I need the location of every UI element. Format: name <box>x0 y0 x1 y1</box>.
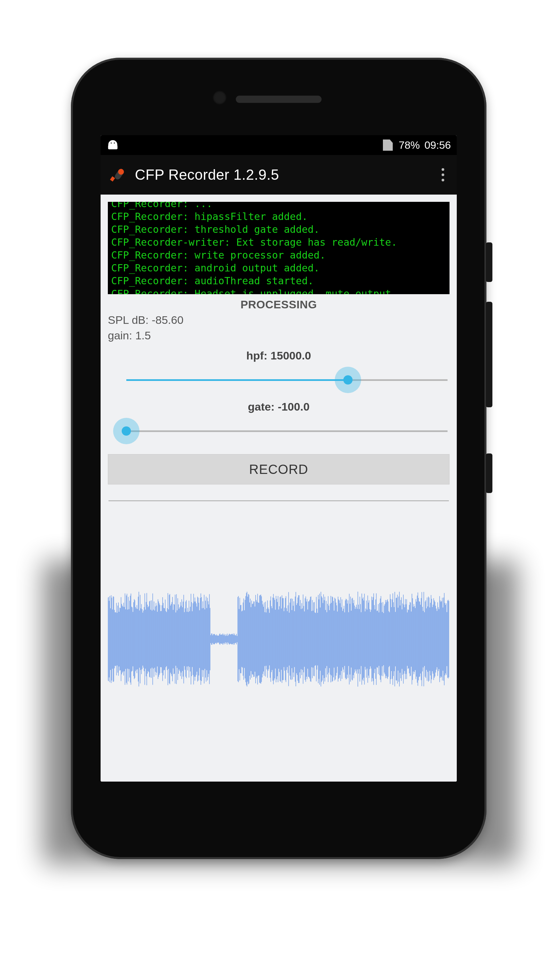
log-line: CFP_Recorder-writer: Ext storage has rea… <box>111 236 446 249</box>
phone-side-button <box>486 453 493 493</box>
gain-readout: gain: 1.5 <box>108 329 450 342</box>
clock-text: 09:56 <box>424 139 451 151</box>
spl-readout: SPL dB: -85.60 <box>108 314 450 326</box>
waveform-display <box>108 586 450 692</box>
log-line: CFP_Recorder: hipassFilter added. <box>111 210 446 223</box>
record-button[interactable]: RECORD <box>108 454 450 485</box>
phone-earpiece <box>236 96 322 103</box>
status-bar: 78% 09:56 <box>101 135 457 155</box>
log-line: CFP_Recorder: audioThread started. <box>111 274 446 287</box>
app-bar: CFP Recorder 1.2.9.5 <box>101 155 457 195</box>
hpf-label: hpf: 15000.0 <box>108 349 450 362</box>
svg-point-1 <box>114 142 115 144</box>
app-title: CFP Recorder 1.2.9.5 <box>135 166 430 183</box>
phone-camera <box>213 91 227 104</box>
gate-label: gate: -100.0 <box>108 400 450 413</box>
android-icon <box>107 140 119 150</box>
screen: 78% 09:56 CFP Recorder 1.2.9.5 CFP_Recor… <box>101 135 457 782</box>
hpf-slider[interactable] <box>110 367 448 393</box>
phone-side-button <box>486 302 493 407</box>
gate-slider[interactable] <box>110 418 448 444</box>
svg-rect-5 <box>110 176 115 182</box>
no-sim-icon <box>383 139 393 151</box>
log-line: CFP_Recorder: Headset is unplugged, mute… <box>111 287 446 294</box>
log-line: CFP_Recorder: threshold gate added. <box>111 223 446 236</box>
log-line: CFP_Recorder: write processor added. <box>111 249 446 261</box>
section-heading: PROCESSING <box>108 298 450 311</box>
battery-percent: 78% <box>399 139 420 151</box>
divider <box>109 500 449 501</box>
phone-side-button <box>486 242 493 282</box>
log-line: CFP_Recorder: android output added. <box>111 261 446 274</box>
svg-rect-2 <box>108 145 118 149</box>
overflow-menu-button[interactable] <box>436 168 450 181</box>
phone-frame: 78% 09:56 CFP Recorder 1.2.9.5 CFP_Recor… <box>71 58 486 859</box>
log-console[interactable]: CFP_Recorder: ...CFP_Recorder: hipassFil… <box>108 202 450 294</box>
svg-point-0 <box>111 142 112 144</box>
app-mic-icon <box>106 163 129 186</box>
